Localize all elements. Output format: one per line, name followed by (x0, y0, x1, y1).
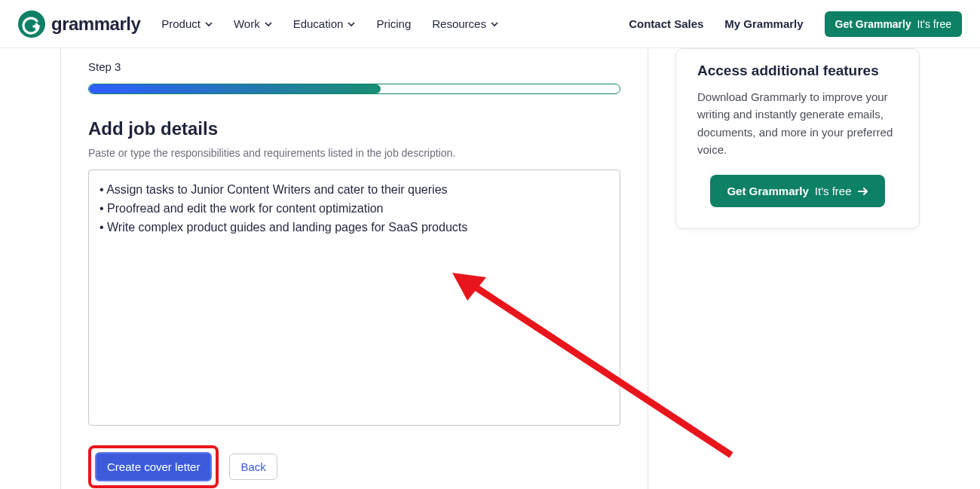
nav-item-pricing[interactable]: Pricing (376, 17, 411, 30)
step-label: Step 3 (88, 60, 620, 73)
sidebar-card: Access additional features Download Gram… (675, 48, 920, 229)
sidebar-get-grammarly-button[interactable]: Get Grammarly It's free (710, 175, 884, 207)
nav-item-label: Work (234, 17, 260, 30)
sidebar-body: Download Grammarly to improve your writi… (697, 88, 898, 158)
get-grammarly-button[interactable]: Get Grammarly It's free (825, 11, 962, 37)
chevron-down-icon (491, 20, 498, 28)
back-button[interactable]: Back (229, 454, 277, 480)
page-body: Step 3 Add job details Paste or type the… (0, 48, 980, 489)
section-subtitle: Paste or type the responsibilities and r… (88, 147, 620, 159)
nav-item-label: Resources (432, 17, 486, 30)
my-grammarly-link[interactable]: My Grammarly (724, 17, 803, 30)
progress-fill (89, 84, 381, 93)
main-card: Step 3 Add job details Paste or type the… (60, 48, 648, 489)
progress-bar (88, 84, 620, 94)
nav-item-product[interactable]: Product (161, 17, 213, 30)
nav-item-label: Product (161, 17, 201, 30)
nav-item-label: Pricing (376, 17, 411, 30)
logo[interactable]: grammarly (18, 11, 140, 38)
sidebar-cta-thin: It's free (815, 185, 852, 197)
contact-sales-link[interactable]: Contact Sales (629, 17, 703, 30)
nav-item-resources[interactable]: Resources (432, 17, 498, 30)
arrow-right-icon (858, 187, 868, 196)
cta-bold-text: Get Grammarly (835, 18, 911, 30)
sidebar-cta-bold: Get Grammarly (727, 185, 808, 197)
nav-right: Contact Sales My Grammarly Get Grammarly… (629, 11, 962, 37)
button-row: Create cover letter Back (88, 445, 620, 488)
chevron-down-icon (205, 20, 213, 28)
grammarly-logo-icon (18, 11, 45, 38)
logo-text: grammarly (51, 14, 140, 35)
nav-item-label: Education (293, 17, 344, 30)
chevron-down-icon (348, 20, 355, 28)
nav-items: Product Work Education Pricing Resources (161, 17, 498, 30)
section-title: Add job details (88, 118, 620, 139)
sidebar-title: Access additional features (697, 63, 898, 79)
chevron-down-icon (265, 20, 272, 28)
nav-item-education[interactable]: Education (293, 17, 356, 30)
cta-thin-text: It's free (917, 18, 951, 30)
top-nav: grammarly Product Work Education Pricing… (0, 0, 980, 48)
nav-item-work[interactable]: Work (234, 17, 272, 30)
annotation-highlight: Create cover letter (88, 445, 219, 488)
job-details-textarea[interactable] (88, 170, 620, 426)
create-cover-letter-button[interactable]: Create cover letter (95, 452, 212, 481)
